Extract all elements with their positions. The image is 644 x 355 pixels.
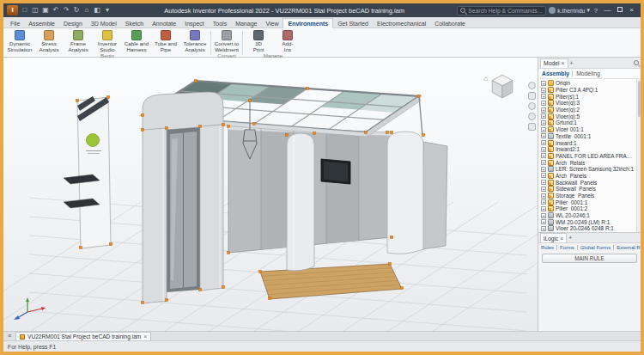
add-ilogic-tab-icon[interactable]: + [568,233,572,242]
browser-mode-tab[interactable]: Assembly [542,70,569,77]
expander-icon[interactable]: + [541,88,546,93]
ribbon-button[interactable]: Dynamic Simulation [5,29,34,52]
tree-item[interactable]: + Inward:1 [538,139,635,146]
curved-column-center[interactable] [287,133,314,271]
gateway-arch[interactable] [143,92,223,303]
user-account-button[interactable]: k.therrindu ▾ [549,7,590,14]
minimize-button[interactable]: — [602,5,613,15]
redo-icon[interactable]: ↷ [62,6,70,15]
undo-icon[interactable]: ↶ [52,6,60,15]
ribbon-button[interactable]: Cable and Harness [122,29,151,52]
expander-icon[interactable]: + [541,113,546,119]
wood-floor-platform[interactable] [260,264,402,299]
tree-item[interactable]: + Pilier_0001:2 [538,205,635,212]
expander-icon[interactable]: + [541,153,546,158]
help-search-input[interactable]: Search Help & Commands... [457,6,546,15]
new-file-icon[interactable]: □ [21,6,29,15]
ribbon-tab[interactable]: Environments [283,18,333,28]
tree-item[interactable]: + Arch_Relais [538,159,635,166]
ilogic-rule-button[interactable]: MAIN RULE [542,254,637,263]
tree-item[interactable]: + Pilier(s):1 [538,93,635,100]
tree-item[interactable]: + PANEL FOR LED AREA FRAME 0001 x 2x01:1 [538,153,635,160]
ribbon-button[interactable]: Inventor Studio [93,29,122,52]
document-tab[interactable]: VU22RM001 Stal Project beCAD training.ia… [15,332,151,340]
expander-icon[interactable]: + [541,94,546,99]
ribbon-tab[interactable]: Assemble [24,19,59,28]
maximize-button[interactable] [614,5,625,15]
help-icon[interactable]: ? [592,7,599,15]
ribbon-tab[interactable]: View [261,19,283,28]
ribbon-button[interactable]: Stress Analysis [34,29,64,52]
viewport[interactable]: ⌂ [3,58,538,331]
expander-icon[interactable]: + [541,226,546,231]
tree-item[interactable]: + Vloer(g):2 [538,107,635,113]
close-doc-icon[interactable]: × [143,334,147,340]
expander-icon[interactable]: + [541,140,546,145]
browser-tab-model[interactable]: Model × [540,58,568,68]
expander-icon[interactable]: + [541,173,546,178]
tree-item[interactable]: + Grtund:1 [538,119,635,126]
expander-icon[interactable]: + [541,206,546,211]
ribbon-tab[interactable]: Annotate [148,19,180,28]
ribbon-tab[interactable]: Get Started [333,19,373,28]
pan-icon[interactable] [528,92,536,100]
expander-icon[interactable]: + [541,199,546,205]
ribbon-button[interactable]: Frame Analysis [64,29,93,52]
expander-icon[interactable]: + [541,133,546,138]
close-icon[interactable]: × [560,234,563,243]
expander-icon[interactable]: + [541,219,546,224]
ribbon-tab[interactable]: Collaborate [430,19,470,28]
expander-icon[interactable]: + [541,101,546,106]
tree-item[interactable]: + Vloer 20-0246 0248 R:1 [538,225,635,232]
browser-search-icon[interactable] [634,60,639,65]
tree-item[interactable]: + Inward2:1 [538,146,635,153]
doc-tabs-menu-icon[interactable]: ≡ [5,332,14,340]
tree-item[interactable]: + Sidewall_Panels [538,186,635,193]
save-icon[interactable]: ▣ [41,6,50,15]
ribbon-tab[interactable]: Manage [231,19,261,28]
expander-icon[interactable]: + [541,81,546,86]
tree-item[interactable]: + Vloer 001:1 [538,126,635,133]
close-icon[interactable]: × [562,58,565,68]
ribbon-button[interactable]: Tolerance Analysis [180,29,210,52]
expander-icon[interactable]: + [541,107,546,113]
curved-column-right[interactable] [387,132,423,254]
tree-item[interactable]: + WL 20-0246:1 [538,212,635,219]
expander-icon[interactable]: + [541,167,546,172]
left-tower-panel[interactable] [77,96,111,248]
home-icon[interactable]: ⌂ [82,6,91,15]
ribbon-tab[interactable]: File [6,19,24,28]
ribbon-tab[interactable]: Tools [209,19,231,28]
tree-item[interactable]: + Textile_0001:1 [538,133,635,140]
look-at-icon[interactable] [528,123,536,131]
ilogic-tab[interactable]: iLogic × [540,233,567,242]
expander-icon[interactable]: + [541,127,546,132]
expander-icon[interactable]: + [541,193,546,199]
right-end-panel[interactable] [422,142,447,249]
expander-icon[interactable]: + [541,120,546,125]
ribbon-button[interactable]: Add- Ins [273,29,302,52]
tree-item[interactable]: + Vloer(g):3 [538,100,635,107]
ribbon-tab[interactable]: Sketch [121,19,148,28]
tv-screen[interactable] [321,159,350,184]
tree-item[interactable]: + Arch_Panels [538,173,635,180]
ribbon-tab[interactable]: Inspect [180,19,209,28]
tree-item[interactable]: + Pilier_0001:1 [538,199,635,205]
tree-item[interactable]: + Backwall_Panels [538,179,635,186]
appearance-dropdown-icon[interactable]: ▾ [103,6,112,15]
material-icon[interactable]: ◧ [93,6,101,15]
tree-item[interactable]: + Storage_Panels [538,193,635,199]
expander-icon[interactable]: + [541,187,546,192]
close-button[interactable]: × [626,5,637,15]
zoom-icon[interactable] [528,102,536,110]
ilogic-subtab[interactable]: Forms [556,245,574,250]
ribbon-tab[interactable]: Design [59,19,87,28]
ribbon-tab[interactable]: 3D Model [87,19,121,28]
ribbon-tab[interactable]: Electromechanical [373,19,430,28]
ribbon-button[interactable]: Convert to Weldment [212,29,241,52]
update-icon[interactable]: ↻ [72,6,81,15]
add-browser-tab-icon[interactable]: + [570,58,574,68]
viewcube-home-icon[interactable]: ⌂ [483,75,488,83]
tree-item[interactable]: + Vloer(g):5 [538,113,635,119]
ilogic-subtab[interactable]: External Rules [613,245,644,250]
